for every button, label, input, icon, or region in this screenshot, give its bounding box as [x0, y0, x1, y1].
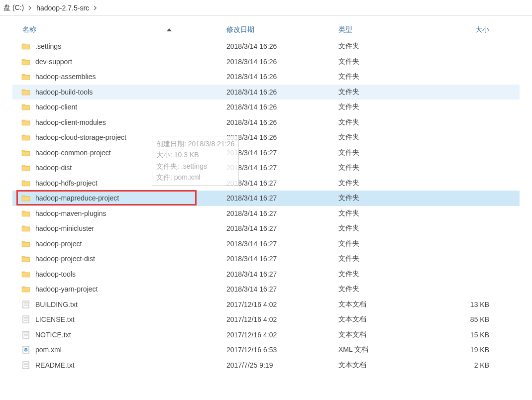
folder-icon — [21, 163, 30, 172]
file-row[interactable]: pom.xml2017/12/16 6:53XML 文档19 KB — [12, 342, 520, 358]
file-name: hadoop-hdfs-project — [35, 179, 98, 187]
file-date: 2018/3/14 16:27 — [226, 285, 338, 293]
file-type: 文件夹 — [338, 163, 438, 172]
svg-rect-0 — [23, 301, 29, 308]
file-date: 2017/12/16 4:02 — [226, 315, 338, 323]
folder-icon — [21, 194, 30, 202]
file-date: 2018/3/14 16:26 — [226, 103, 338, 111]
file-type: 文件夹 — [338, 179, 438, 188]
svg-point-13 — [24, 348, 28, 352]
file-type: 文件夹 — [338, 42, 438, 51]
folder-icon — [21, 57, 30, 66]
file-row[interactable]: dev-support2018/3/14 16:26文件夹 — [12, 54, 520, 70]
file-type: 文本文档 — [338, 361, 438, 370]
file-date: 2018/3/14 16:27 — [226, 179, 338, 187]
file-size: 13 KB — [438, 300, 495, 308]
chevron-right-icon[interactable] — [25, 5, 35, 10]
file-row[interactable]: hadoop-hdfs-project2018/3/14 16:27文件夹 — [12, 176, 520, 191]
file-type: 文件夹 — [338, 194, 438, 202]
breadcrumb-folder[interactable]: hadoop-2.7.5-src — [35, 4, 91, 12]
file-name: hadoop-maven-plugins — [35, 209, 106, 217]
file-type: 文件夹 — [338, 209, 438, 218]
file-name: hadoop-assemblies — [35, 73, 96, 81]
file-row[interactable]: hadoop-maven-plugins2018/3/14 16:27文件夹 — [12, 206, 520, 221]
file-row[interactable]: hadoop-client-modules2018/3/14 16:26文件夹 — [12, 115, 520, 130]
file-date: 2017/12/16 4:02 — [226, 300, 338, 308]
file-date: 2018/3/14 16:27 — [226, 255, 338, 263]
file-size: 15 KB — [438, 331, 495, 339]
txt-icon — [21, 300, 30, 309]
file-type: 文件夹 — [338, 148, 438, 157]
file-type: 文本文档 — [338, 330, 438, 339]
file-size: 85 KB — [438, 315, 495, 323]
file-date: 2017/7/25 9:19 — [226, 361, 338, 369]
file-type: 文件夹 — [338, 133, 438, 142]
file-list-panel: 名称 修改日期 类型 大小 创建日期: 2018/3/8 21:26 大小: 1… — [0, 16, 532, 378]
file-row[interactable]: hadoop-project-dist2018/3/14 16:27文件夹 — [12, 251, 520, 267]
file-row[interactable]: .settings2018/3/14 16:26文件夹 — [12, 39, 520, 54]
svg-rect-4 — [23, 316, 29, 323]
file-row[interactable]: hadoop-yarn-project2018/3/14 16:27文件夹 — [12, 282, 520, 297]
file-name: hadoop-minicluster — [35, 224, 94, 232]
file-name: README.txt — [35, 361, 75, 369]
file-date: 2018/3/14 16:27 — [226, 270, 338, 278]
file-type: 文件夹 — [338, 72, 438, 81]
file-row[interactable]: README.txt2017/7/25 9:19文本文档2 KB — [12, 358, 520, 373]
file-date: 2018/3/14 16:27 — [226, 164, 338, 172]
file-row[interactable]: hadoop-tools2018/3/14 16:27文件夹 — [12, 267, 520, 282]
file-row[interactable]: hadoop-build-tools2018/3/14 16:26文件夹 — [12, 85, 520, 100]
file-type: 文件夹 — [338, 57, 438, 66]
txt-icon — [21, 315, 30, 324]
file-row[interactable]: hadoop-dist2018/3/14 16:27文件夹 — [12, 160, 520, 176]
file-date: 2018/3/14 16:27 — [226, 149, 338, 157]
file-date: 2017/12/16 6:53 — [226, 346, 338, 354]
column-header-size[interactable]: 大小 — [438, 25, 495, 34]
chevron-right-icon[interactable] — [91, 5, 100, 10]
breadcrumb-drive[interactable]: 盘 (C:) — [2, 3, 25, 12]
folder-icon — [21, 209, 30, 218]
file-size: 19 KB — [438, 346, 495, 354]
file-row[interactable]: hadoop-common-project2018/3/14 16:27文件夹 — [12, 145, 520, 161]
file-date: 2018/3/14 16:26 — [226, 42, 338, 50]
file-date: 2018/3/14 16:26 — [226, 88, 338, 96]
file-type: 文件夹 — [338, 254, 438, 263]
file-name: hadoop-common-project — [35, 149, 111, 157]
file-type: XML 文档 — [338, 345, 438, 354]
file-name: hadoop-project — [35, 240, 82, 248]
file-type: 文件夹 — [338, 270, 438, 279]
file-date: 2018/3/14 16:26 — [226, 58, 338, 66]
folder-icon — [21, 118, 30, 127]
file-size: 2 KB — [438, 361, 495, 369]
txt-icon — [21, 330, 30, 339]
file-row[interactable]: hadoop-project2018/3/14 16:27文件夹 — [12, 236, 520, 252]
breadcrumb[interactable]: 盘 (C:) hadoop-2.7.5-src — [0, 0, 532, 16]
file-type: 文本文档 — [338, 315, 438, 324]
file-row[interactable]: hadoop-cloud-storage-project2018/3/14 16… — [12, 130, 520, 145]
folder-icon — [21, 239, 30, 248]
file-type: 文件夹 — [338, 88, 438, 97]
column-header-date[interactable]: 修改日期 — [226, 25, 338, 34]
file-date: 2017/12/16 4:02 — [226, 331, 338, 339]
svg-rect-14 — [23, 362, 29, 369]
column-headers: 名称 修改日期 类型 大小 — [12, 21, 520, 39]
file-row[interactable]: hadoop-client2018/3/14 16:26文件夹 — [12, 100, 520, 115]
file-date: 2018/3/14 16:26 — [226, 73, 338, 81]
file-row[interactable]: NOTICE.txt2017/12/16 4:02文本文档15 KB — [12, 327, 520, 343]
file-row[interactable]: hadoop-minicluster2018/3/14 16:27文件夹 — [12, 221, 520, 236]
folder-icon — [21, 179, 30, 188]
file-name: hadoop-dist — [35, 164, 72, 172]
column-header-type[interactable]: 类型 — [338, 25, 438, 34]
file-row[interactable]: hadoop-mapreduce-project2018/3/14 16:27文… — [12, 191, 520, 206]
file-type: 文本文档 — [338, 300, 438, 309]
file-name: hadoop-tools — [35, 270, 76, 278]
file-type: 文件夹 — [338, 102, 438, 111]
folder-icon — [21, 133, 30, 142]
file-type: 文件夹 — [338, 224, 438, 233]
file-type: 文件夹 — [338, 118, 438, 127]
file-row[interactable]: hadoop-assemblies2018/3/14 16:26文件夹 — [12, 69, 520, 85]
file-row[interactable]: BUILDING.txt2017/12/16 4:02文本文档13 KB — [12, 297, 520, 312]
file-row[interactable]: LICENSE.txt2017/12/16 4:02文本文档85 KB — [12, 312, 520, 327]
file-date: 2018/3/14 16:26 — [226, 118, 338, 126]
column-header-name[interactable]: 名称 — [12, 25, 226, 34]
file-date: 2018/3/14 16:27 — [226, 209, 338, 217]
